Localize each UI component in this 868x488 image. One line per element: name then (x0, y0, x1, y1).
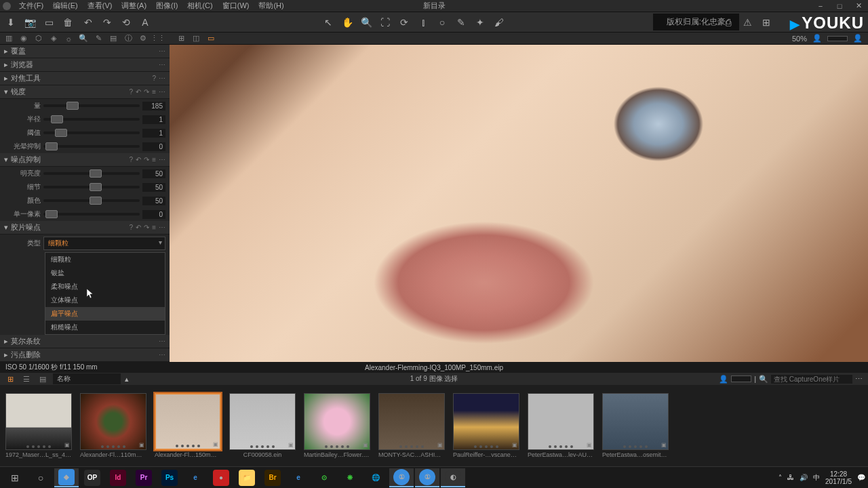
slider-icon[interactable] (827, 36, 848, 41)
noise-value-1[interactable]: 50 (142, 183, 165, 192)
more-icon[interactable]: ⋯ (159, 224, 165, 231)
thumbnail-2[interactable]: ▣ (155, 393, 221, 450)
pointer-icon[interactable]: ↖ (321, 16, 335, 29)
eyedrop-icon[interactable]: ✎ (454, 16, 468, 29)
maximize-button[interactable]: □ (830, 0, 849, 12)
grain-option-4[interactable]: 扁平噪点 (45, 307, 165, 321)
crop-icon[interactable]: ⛶ (378, 16, 392, 29)
menu-view[interactable]: 查看(V) (83, 0, 117, 12)
grain-option-0[interactable]: 细颗粒 (45, 253, 165, 266)
undo-icon[interactable]: ↶ (81, 16, 95, 29)
user-icon[interactable]: 👤 (812, 34, 822, 43)
zoom-icon[interactable]: 🔍 (359, 16, 373, 29)
tray-network-icon[interactable]: 🖧 (787, 474, 794, 481)
app-photoshop[interactable]: Ps (157, 468, 182, 487)
menu-help[interactable]: 帮助(H) (254, 0, 288, 12)
tab-gear-icon[interactable]: ⚙ (137, 34, 149, 43)
app-running-1[interactable]: ① (389, 468, 414, 487)
thumb-detail-icon[interactable]: ▤ (37, 374, 49, 384)
app-obs[interactable]: ◐ (441, 468, 465, 487)
sharpness-slider-2[interactable] (43, 131, 140, 134)
thumbnail-4[interactable]: ▣ (304, 393, 370, 450)
grain-option-5[interactable]: 粗糙噪点 (45, 321, 165, 334)
start-button[interactable]: ⊞ (3, 468, 27, 487)
view-grid-icon[interactable]: ⊞ (175, 34, 187, 43)
app-bridge[interactable]: Br (260, 468, 285, 487)
sort-dir-icon[interactable]: ▴ (125, 375, 129, 384)
sharpness-slider-0[interactable] (43, 104, 140, 107)
view-single-icon[interactable]: ▭ (205, 34, 217, 43)
tab-lens-icon[interactable]: ⬡ (33, 34, 45, 43)
app-premiere[interactable]: Pr (132, 468, 156, 487)
thumbnail-strip[interactable]: ▣ 1972_Maser…L_ss_430.ein ▣ Alexander-Fl… (0, 385, 868, 466)
app-360-2[interactable]: ❋ (338, 468, 362, 487)
user2-icon[interactable]: 👤 (853, 34, 863, 43)
export-icon[interactable]: ⎙ (722, 16, 735, 29)
tab-meta-icon[interactable]: ▤ (107, 34, 119, 43)
thumbnail-3[interactable]: ▣ (229, 393, 296, 450)
tab-batch-icon[interactable]: ⋮⋮ (152, 34, 164, 43)
warning-icon[interactable]: ⚠ (741, 16, 754, 29)
redo-icon[interactable]: ↷ (100, 16, 114, 29)
app-ie[interactable]: e (183, 468, 208, 487)
thumbnail-5[interactable]: ▣ (378, 393, 445, 450)
thumbnail-6[interactable]: ▣ (453, 393, 519, 450)
sort-select[interactable]: 名称 (53, 373, 121, 384)
tray-time[interactable]: 12:28 (825, 470, 852, 478)
close-button[interactable]: ✕ (849, 0, 868, 12)
panel-overlay[interactable]: ▸覆盖⋯ (0, 45, 170, 58)
app-chrome[interactable]: 🌐 (363, 468, 388, 487)
app-capture-one-2[interactable]: OP (80, 468, 104, 487)
noise-slider-2[interactable] (43, 199, 140, 202)
reset-icon[interactable]: ⟲ (119, 16, 133, 29)
more-icon[interactable]: ⋯ (159, 75, 165, 82)
app-360[interactable]: ⊙ (312, 468, 336, 487)
straighten-icon[interactable]: ⫿ (416, 16, 430, 29)
more-icon[interactable]: ⋯ (159, 61, 165, 68)
more-icon[interactable]: ⋯ (159, 338, 165, 345)
panel-compare[interactable]: ▸对焦工具?⋯ (0, 72, 170, 85)
text-icon[interactable]: A (138, 16, 152, 29)
more-icon[interactable]: ⋯ (159, 351, 165, 359)
sharpness-value-1[interactable]: 1 (142, 115, 165, 124)
grain-type-select[interactable]: 细颗粒 (43, 237, 165, 250)
grain-option-3[interactable]: 立体噪点 (45, 293, 165, 307)
grain-option-2[interactable]: 柔和噪点 (45, 280, 165, 293)
more-icon[interactable]: ⋯ (159, 88, 165, 96)
tray-notifications-icon[interactable]: 💬 (857, 474, 865, 481)
tray-volume-icon[interactable]: 🔊 (800, 474, 808, 481)
menu-file[interactable]: 文件(F) (15, 0, 47, 12)
noise-value-2[interactable]: 50 (142, 197, 165, 205)
minimize-button[interactable]: − (811, 0, 830, 12)
hand-icon[interactable]: ✋ (340, 16, 354, 29)
trash-icon[interactable]: 🗑 (61, 16, 75, 29)
folder-icon[interactable]: ▭ (42, 16, 56, 29)
cortana-icon[interactable]: ○ (28, 468, 53, 487)
noise-slider-1[interactable] (43, 186, 140, 188)
menu-image[interactable]: 图像(I) (152, 0, 182, 12)
grid-icon[interactable]: ⊞ (760, 16, 773, 29)
tray-up-icon[interactable]: ˄ (778, 474, 782, 481)
search-input[interactable] (771, 375, 852, 384)
thumb-list-icon[interactable]: ☰ (20, 374, 33, 384)
tab-output-icon[interactable]: ⓘ (122, 34, 134, 43)
camera-icon[interactable]: 📷 (23, 16, 37, 29)
sharpness-value-2[interactable]: 1 (142, 129, 165, 138)
app-running-2[interactable]: ① (415, 468, 439, 487)
import-icon[interactable]: ⬇ (4, 16, 18, 29)
rating-filter-icon[interactable] (731, 375, 751, 382)
menu-adjust[interactable]: 调整(A) (117, 0, 151, 12)
panel-grain[interactable]: ▾胶片噪点?↶↷≡⋯ (0, 221, 170, 235)
tray-ime[interactable]: 中 (813, 473, 820, 483)
panel-noise[interactable]: ▾噪点抑制?↶↷≡⋯ (0, 153, 170, 167)
sharpness-value-3[interactable]: 0 (142, 142, 165, 151)
app-indesign[interactable]: Id (106, 468, 130, 487)
thumbnail-0[interactable]: ▣ (5, 393, 72, 450)
tab-library-icon[interactable]: ▥ (3, 34, 15, 43)
noise-slider-0[interactable] (43, 172, 140, 175)
more-icon[interactable]: ⋯ (159, 47, 165, 55)
panel-moire[interactable]: ▸莫尔条纹⋯ (0, 335, 170, 348)
app-capture-one[interactable]: ◆ (54, 468, 79, 487)
user-filter-icon[interactable]: 👤 (719, 375, 728, 384)
spot-icon[interactable]: ○ (435, 16, 449, 29)
